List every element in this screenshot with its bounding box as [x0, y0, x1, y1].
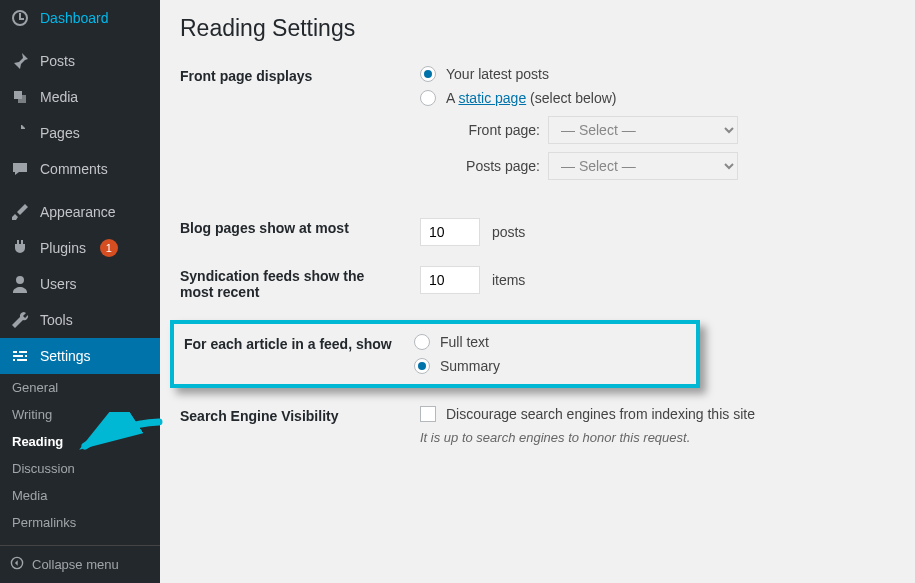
user-icon	[10, 274, 30, 294]
sev-checkbox[interactable]	[420, 406, 436, 422]
posts-page-select[interactable]: — Select —	[548, 152, 738, 180]
sidebar-sub-permalinks[interactable]: Permalinks	[0, 509, 160, 536]
sidebar-item-media[interactable]: Media	[0, 79, 160, 115]
label-blog-pages: Blog pages show at most	[180, 218, 420, 236]
label-sev: Search Engine Visibility	[180, 406, 420, 424]
plugin-icon	[10, 238, 30, 258]
sidebar-item-appearance[interactable]: Appearance	[0, 194, 160, 230]
page-title: Reading Settings	[180, 15, 895, 42]
front-page-select-label: Front page:	[444, 122, 548, 138]
sidebar-item-label: Pages	[40, 125, 80, 141]
collapse-icon	[10, 556, 24, 573]
row-blog-pages: Blog pages show at most posts	[180, 218, 895, 246]
collapse-label: Collapse menu	[32, 557, 119, 572]
sev-description: It is up to search engines to honor this…	[420, 430, 895, 445]
sidebar-item-label: Appearance	[40, 204, 116, 220]
collapse-menu-button[interactable]: Collapse menu	[0, 545, 160, 583]
update-badge: 1	[100, 239, 118, 257]
sidebar-sub-general[interactable]: General	[0, 374, 160, 401]
highlight-feed-show: For each article in a feed, show Full te…	[170, 320, 700, 388]
radio-summary-label: Summary	[440, 358, 500, 374]
sidebar-item-plugins[interactable]: Plugins 1	[0, 230, 160, 266]
pin-icon	[10, 51, 30, 71]
sidebar-item-label: Settings	[40, 348, 91, 364]
sidebar-item-label: Dashboard	[40, 10, 109, 26]
sidebar-sub-discussion[interactable]: Discussion	[0, 455, 160, 482]
sliders-icon	[10, 346, 30, 366]
row-feed-show: For each article in a feed, show Full te…	[184, 334, 686, 374]
sidebar-item-label: Plugins	[40, 240, 86, 256]
sidebar-sub-writing[interactable]: Writing	[0, 401, 160, 428]
settings-content: Reading Settings Front page displays You…	[160, 0, 915, 583]
row-search-engine-visibility: Search Engine Visibility Discourage sear…	[180, 406, 895, 445]
blog-pages-unit: posts	[492, 224, 525, 240]
sidebar-item-label: Tools	[40, 312, 73, 328]
row-front-page-displays: Front page displays Your latest posts A …	[180, 66, 895, 188]
sidebar-item-tools[interactable]: Tools	[0, 302, 160, 338]
pages-icon	[10, 123, 30, 143]
radio-full-text-label: Full text	[440, 334, 489, 350]
sidebar-item-posts[interactable]: Posts	[0, 43, 160, 79]
media-icon	[10, 87, 30, 107]
sidebar-item-users[interactable]: Users	[0, 266, 160, 302]
syndication-unit: items	[492, 272, 525, 288]
sidebar-sub-reading[interactable]: Reading	[0, 428, 160, 455]
blog-pages-input[interactable]	[420, 218, 480, 246]
sidebar-item-label: Comments	[40, 161, 108, 177]
sidebar-item-label: Users	[40, 276, 77, 292]
brush-icon	[10, 202, 30, 222]
radio-static-page-label: A static page (select below)	[446, 90, 616, 106]
syndication-input[interactable]	[420, 266, 480, 294]
admin-sidebar: Dashboard Posts Media Pages Comments App…	[0, 0, 160, 583]
sidebar-item-label: Media	[40, 89, 78, 105]
static-page-link[interactable]: static page	[458, 90, 526, 106]
comments-icon	[10, 159, 30, 179]
sidebar-item-settings[interactable]: Settings	[0, 338, 160, 374]
radio-full-text[interactable]	[414, 334, 430, 350]
radio-static-page[interactable]	[420, 90, 436, 106]
label-front-page-displays: Front page displays	[180, 66, 420, 84]
sidebar-sub-media[interactable]: Media	[0, 482, 160, 509]
wrench-icon	[10, 310, 30, 330]
row-syndication: Syndication feeds show the most recent i…	[180, 266, 895, 300]
sidebar-item-label: Posts	[40, 53, 75, 69]
label-feed-show: For each article in a feed, show	[184, 334, 414, 352]
dashboard-icon	[10, 8, 30, 28]
sidebar-item-dashboard[interactable]: Dashboard	[0, 0, 160, 36]
front-page-select[interactable]: — Select —	[548, 116, 738, 144]
radio-latest-posts-label: Your latest posts	[446, 66, 549, 82]
radio-summary[interactable]	[414, 358, 430, 374]
label-syndication: Syndication feeds show the most recent	[180, 266, 420, 300]
posts-page-select-label: Posts page:	[444, 158, 548, 174]
sev-checkbox-label: Discourage search engines from indexing …	[446, 406, 755, 422]
radio-latest-posts[interactable]	[420, 66, 436, 82]
sidebar-item-pages[interactable]: Pages	[0, 115, 160, 151]
sidebar-item-comments[interactable]: Comments	[0, 151, 160, 187]
